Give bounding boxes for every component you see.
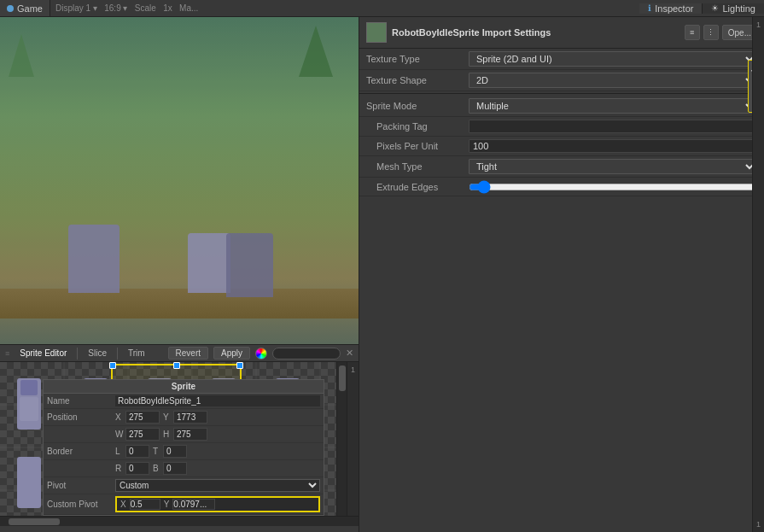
main-layout: ≡ Sprite Editor Slice Trim Revert Apply … bbox=[0, 17, 764, 532]
inspector-properties: Texture Type Sprite (2D and UI) Texture … bbox=[359, 49, 764, 196]
se-divider-2 bbox=[117, 348, 118, 360]
sprite-cell-1-6 bbox=[327, 369, 336, 439]
close-icon[interactable]: ✕ bbox=[346, 348, 353, 359]
border-t-group: T bbox=[153, 445, 187, 458]
pos-x-label: X bbox=[115, 412, 124, 422]
inspector-right-edge: 1 1 bbox=[752, 17, 764, 532]
inspector-toolbar-right: ≡ ⋮ Ope... bbox=[685, 25, 757, 40]
se-tab-trim[interactable]: Trim bbox=[123, 348, 150, 358]
sd-name-row: Name RobotBoyIdleSprite_1 bbox=[44, 394, 324, 409]
se-scrollbar[interactable] bbox=[336, 362, 347, 516]
se-hscroll-thumb[interactable] bbox=[9, 518, 60, 525]
sd-wh-coords: W H bbox=[115, 428, 320, 441]
se-hscroll[interactable] bbox=[0, 516, 359, 526]
handle-tr[interactable] bbox=[236, 362, 243, 369]
sprite-mode-select[interactable]: Multiple bbox=[469, 98, 757, 114]
game-tab-label: Game bbox=[17, 3, 43, 14]
handle-tl[interactable] bbox=[109, 362, 116, 369]
se-tab-slice[interactable]: Slice bbox=[83, 348, 112, 358]
border-r-label: R bbox=[115, 464, 124, 473]
pixels-per-unit-input[interactable] bbox=[469, 139, 757, 153]
game-view-area: ≡ Sprite Editor Slice Trim Revert Apply … bbox=[0, 17, 359, 532]
color-swatch[interactable] bbox=[255, 348, 267, 360]
sd-rb-row: R B bbox=[44, 460, 324, 477]
sd-name-label: Name bbox=[47, 396, 115, 406]
robot-char-2 bbox=[188, 233, 230, 293]
tab-lighting[interactable]: ☀ Lighting bbox=[703, 3, 764, 14]
se-drag-handle: ≡ bbox=[5, 349, 9, 358]
extrude-edges-row: Extrude Edges bbox=[359, 178, 764, 196]
cp-x-label: X bbox=[120, 500, 126, 509]
lighting-tab-label: Lighting bbox=[722, 3, 755, 14]
pixels-per-unit-label: Pixels Per Unit bbox=[366, 141, 469, 151]
sprite-label: Sprite bbox=[172, 382, 195, 391]
texture-shape-label: Texture Shape bbox=[366, 75, 469, 85]
sd-name-value[interactable]: RobotBoyIdleSprite_1 bbox=[115, 395, 320, 406]
se-search-input[interactable] bbox=[272, 348, 341, 360]
border-b-input[interactable] bbox=[163, 462, 187, 475]
cp-x-input[interactable] bbox=[130, 499, 160, 510]
tab-inspector[interactable]: ℹ Inspector bbox=[639, 3, 703, 14]
inspector-panel: RobotBoyIdleSprite Import Settings ≡ ⋮ O… bbox=[359, 17, 764, 532]
insp-menu-btn[interactable]: ≡ bbox=[685, 25, 700, 40]
pos-x-input[interactable] bbox=[125, 411, 160, 424]
sprite-editor-toolbar: ≡ Sprite Editor Slice Trim Revert Apply … bbox=[0, 345, 359, 362]
border-l-label: L bbox=[115, 447, 124, 456]
right-edge-num-1: 1 bbox=[756, 20, 761, 29]
sd-rb-coords: R B bbox=[115, 462, 320, 475]
asset-title: RobotBoyIdleSprite Import Settings bbox=[392, 27, 551, 38]
texture-type-select[interactable]: Sprite (2D and UI) bbox=[469, 51, 757, 67]
sprite-mode-row: Sprite Mode Multiple bbox=[359, 96, 764, 117]
border-b-group: B bbox=[153, 462, 187, 475]
top-tabs-right: ℹ Inspector ☀ Lighting bbox=[639, 3, 764, 14]
sprite-canvas[interactable]: Sprite Name RobotBoyIdleSprite_1 Positio… bbox=[0, 362, 336, 516]
right-edge-num-2: 1 bbox=[756, 520, 761, 532]
sd-custom-pivot-label: Custom Pivot bbox=[47, 500, 115, 509]
border-b-label: B bbox=[153, 464, 161, 473]
mesh-type-select[interactable]: Tight bbox=[469, 159, 757, 174]
border-l-input[interactable] bbox=[125, 445, 149, 458]
sd-wh-row: W H bbox=[44, 426, 324, 443]
border-t-label: T bbox=[153, 447, 161, 456]
robot-char-3 bbox=[226, 233, 273, 297]
texture-shape-row: Texture Shape 2D bbox=[359, 70, 764, 91]
texture-type-label: Texture Type bbox=[366, 54, 469, 64]
wh-w-group: W bbox=[115, 428, 160, 441]
border-r-group: R bbox=[115, 462, 149, 475]
packing-tag-input[interactable] bbox=[469, 120, 757, 133]
sd-position-label: Position bbox=[47, 412, 115, 422]
pixels-per-unit-row: Pixels Per Unit bbox=[359, 137, 764, 156]
se-scrollbar-thumb[interactable] bbox=[339, 365, 346, 391]
sd-custom-pivot-row: Custom Pivot X Y bbox=[44, 494, 324, 515]
cp-y-label: Y bbox=[164, 500, 170, 509]
se-right-num-col: 1 bbox=[347, 362, 359, 516]
sprite-detail-panel: Sprite Name RobotBoyIdleSprite_1 Positio… bbox=[43, 379, 324, 516]
pivot-select[interactable]: Custom bbox=[115, 479, 320, 492]
sd-position-row: Position X Y bbox=[44, 409, 324, 426]
border-r-input[interactable] bbox=[125, 462, 149, 475]
asset-icon bbox=[366, 22, 387, 43]
lighting-icon: ☀ bbox=[711, 3, 719, 13]
packing-tag-label: Packing Tag bbox=[366, 121, 469, 132]
ground-plane bbox=[0, 289, 359, 319]
border-t-input[interactable] bbox=[163, 445, 187, 458]
pos-y-input[interactable] bbox=[173, 411, 207, 424]
wh-h-label: H bbox=[163, 430, 172, 439]
extrude-edges-slider[interactable] bbox=[469, 182, 757, 192]
cp-y-input[interactable] bbox=[172, 499, 215, 510]
se-divider-1 bbox=[77, 348, 78, 360]
handle-tm[interactable] bbox=[173, 362, 180, 369]
revert-button[interactable]: Revert bbox=[168, 347, 208, 360]
se-tab-sprite-editor[interactable]: Sprite Editor bbox=[15, 348, 72, 358]
insp-more-btn[interactable]: ⋮ bbox=[703, 25, 719, 40]
tab-game[interactable]: Game bbox=[0, 0, 50, 16]
inspector-header: RobotBoyIdleSprite Import Settings ≡ ⋮ O… bbox=[359, 17, 764, 49]
texture-shape-select[interactable]: 2D bbox=[469, 73, 757, 88]
packing-tag-row: Packing Tag bbox=[359, 117, 764, 137]
wh-h-input[interactable] bbox=[173, 428, 207, 441]
inspector-icon: ℹ bbox=[648, 3, 651, 13]
custom-pivot-container: X Y bbox=[115, 496, 320, 512]
texture-type-row: Texture Type Sprite (2D and UI) bbox=[359, 49, 764, 70]
apply-button[interactable]: Apply bbox=[213, 347, 250, 360]
wh-w-input[interactable] bbox=[125, 428, 160, 441]
